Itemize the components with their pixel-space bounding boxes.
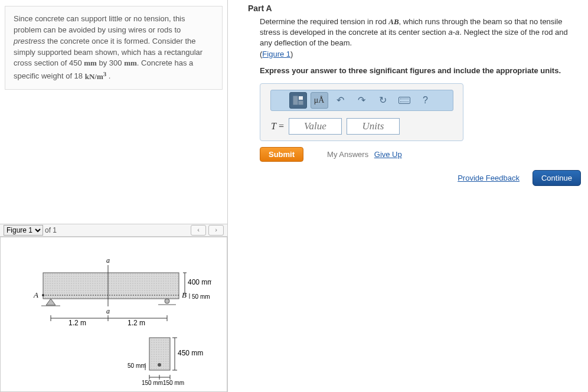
give-up-link[interactable]: Give Up (374, 150, 402, 159)
keyboard-button[interactable] (396, 92, 413, 109)
reset-button[interactable]: ↻ (374, 92, 392, 109)
svg-text:50 mm: 50 mm (128, 362, 146, 369)
figure-link[interactable]: Figure 1 (262, 50, 290, 58)
prestress-word: prestress (14, 37, 45, 45)
svg-text:A: A (33, 290, 38, 299)
variable-label: T = (271, 121, 284, 132)
svg-rect-44 (299, 101, 303, 104)
svg-text:450 mm: 450 mm (178, 349, 203, 357)
figure-diagram: A B a a 400 mm 50 mm 1.2 m 1.2 m (17, 252, 211, 388)
answer-box: μÅ ↶ ↷ ↻ ? T = (260, 83, 463, 141)
express-instruction: Express your answer to three significant… (260, 66, 582, 76)
figure-selector[interactable]: Figure 1 (4, 225, 43, 236)
svg-rect-43 (299, 96, 303, 100)
svg-text:a: a (106, 307, 110, 315)
input-toolbar: μÅ ↶ ↷ ↻ ? (270, 90, 453, 111)
provide-feedback-link[interactable]: Provide Feedback (458, 174, 520, 182)
question-text: Determine the required tension in rod AB… (260, 17, 582, 76)
problem-statement: Since concrete can support little or no … (5, 6, 223, 90)
figure-count: of 1 (45, 226, 57, 234)
figure-panel: A B a a 400 mm 50 mm 1.2 m 1.2 m (0, 237, 227, 392)
svg-rect-2 (43, 273, 179, 299)
svg-text:1.2 m: 1.2 m (128, 319, 145, 327)
svg-rect-42 (293, 96, 298, 104)
svg-text:400 mm: 400 mm (188, 278, 211, 286)
value-input[interactable] (289, 118, 342, 135)
figure-header: Figure 1 of 1 ‹ › (0, 224, 227, 237)
my-answers-link[interactable]: My Answers (327, 150, 368, 159)
svg-text:50 mm: 50 mm (192, 293, 210, 300)
svg-text:a: a (106, 256, 110, 264)
svg-point-5 (165, 299, 169, 303)
svg-text:150 mm: 150 mm (142, 380, 163, 386)
template-button[interactable] (289, 92, 307, 109)
continue-button[interactable]: Continue (533, 170, 581, 186)
redo-button[interactable]: ↷ (353, 92, 371, 109)
problem-text: Since concrete can support little or no … (14, 14, 185, 34)
part-a-label: Part A (248, 4, 588, 13)
svg-text:1.2 m: 1.2 m (68, 319, 86, 327)
figure-prev-button[interactable]: ‹ (191, 225, 206, 236)
svg-point-29 (158, 363, 161, 367)
figure-next-button[interactable]: › (208, 225, 224, 236)
svg-point-8 (42, 294, 44, 296)
submit-button[interactable]: Submit (260, 147, 303, 162)
undo-button[interactable]: ↶ (332, 92, 349, 109)
svg-text:B: B (182, 290, 187, 299)
units-input[interactable] (347, 118, 400, 135)
svg-marker-3 (46, 299, 55, 305)
keyboard-icon (398, 97, 410, 104)
symbols-button[interactable]: μÅ (311, 92, 328, 109)
svg-text:150 mm: 150 mm (163, 380, 184, 386)
panel-divider (227, 0, 228, 392)
help-button[interactable]: ? (417, 92, 435, 109)
